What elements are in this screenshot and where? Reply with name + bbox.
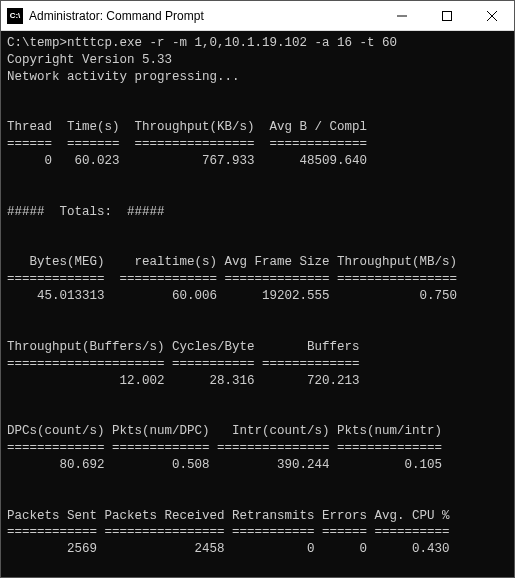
thread-headers: Thread Time(s) Throughput(KB/s) Avg B / … — [7, 120, 367, 134]
cmd-icon: C:\ — [7, 8, 23, 24]
titlebar: C:\ Administrator: Command Prompt — [1, 1, 514, 31]
close-button[interactable] — [469, 1, 514, 30]
bytes-divider: ============= ============= ============… — [7, 272, 457, 286]
dpcs-divider: ============= ============= ============… — [7, 441, 442, 455]
dpcs-row: 80.692 0.508 390.244 0.105 — [7, 458, 442, 472]
dpcs-headers: DPCs(count/s) Pkts(num/DPC) Intr(count/s… — [7, 424, 442, 438]
bytes-row: 45.013313 60.006 19202.555 0.750 — [7, 289, 457, 303]
thread-divider: ====== ======= ================ ========… — [7, 137, 367, 151]
bytes-headers: Bytes(MEG) realtime(s) Avg Frame Size Th… — [7, 255, 457, 269]
command-line: C:\temp>ntttcp.exe -r -m 1,0,10.1.19.102… — [7, 36, 397, 50]
window-title: Administrator: Command Prompt — [29, 9, 379, 23]
svg-rect-1 — [442, 11, 451, 20]
packets-divider: ============ ================ ==========… — [7, 525, 450, 539]
totals-label: ##### Totals: ##### — [7, 205, 165, 219]
minimize-button[interactable] — [379, 1, 424, 30]
window-controls — [379, 1, 514, 30]
throughput-headers: Throughput(Buffers/s) Cycles/Byte Buffer… — [7, 340, 360, 354]
progress-line: Network activity progressing... — [7, 70, 240, 84]
command-prompt-window: C:\ Administrator: Command Prompt C:\tem… — [0, 0, 515, 578]
throughput-row: 12.002 28.316 720.213 — [7, 374, 360, 388]
packets-headers: Packets Sent Packets Received Retransmit… — [7, 509, 450, 523]
prompt: C:\temp> — [7, 576, 67, 577]
throughput-divider: ===================== =========== ======… — [7, 357, 360, 371]
packets-row: 2569 2458 0 0 0.430 — [7, 542, 450, 556]
terminal-output[interactable]: C:\temp>ntttcp.exe -r -m 1,0,10.1.19.102… — [1, 31, 514, 577]
maximize-button[interactable] — [424, 1, 469, 30]
thread-row: 0 60.023 767.933 48509.640 — [7, 154, 367, 168]
copyright-line: Copyright Version 5.33 — [7, 53, 172, 67]
